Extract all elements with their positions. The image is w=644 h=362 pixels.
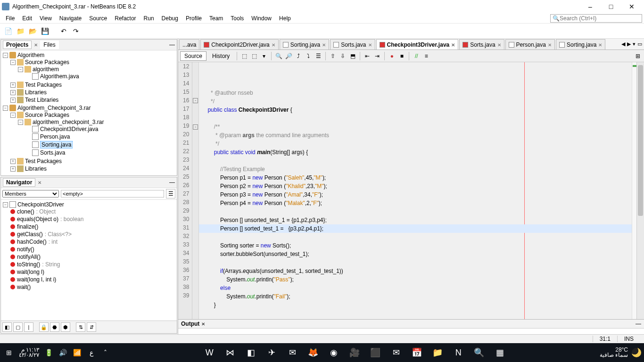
battery-icon[interactable]: 🔋	[43, 344, 55, 361]
taskbar-app-mail[interactable]: ✉	[387, 344, 405, 361]
tree-file[interactable]: Sorts.java	[40, 149, 65, 156]
redo-button[interactable]: ↷	[71, 26, 81, 36]
tab-close-icon[interactable]: ✕	[497, 42, 501, 48]
tab-maximize-icon[interactable]: ▭	[637, 41, 642, 47]
tree-file[interactable]: Algorithem.java	[40, 73, 79, 80]
menu-debug[interactable]: Debug	[158, 14, 182, 23]
toolbar-icon[interactable]: ⇩	[339, 52, 347, 60]
tab-close-icon[interactable]: ✕	[548, 42, 552, 48]
tree-node[interactable]: Source Packages	[25, 59, 69, 66]
nav-method[interactable]: notify()	[17, 246, 34, 253]
tab-close-icon[interactable]: ✕	[272, 42, 275, 48]
tab-dropdown-icon[interactable]: ▾	[633, 41, 636, 47]
nav-btn-7[interactable]: ⇅	[76, 322, 85, 332]
minimize-button[interactable]: –	[580, 1, 601, 12]
taskbar-clock[interactable]: ١١:١٣ م ٤٣/٠٨/٢٧	[17, 347, 41, 358]
navigator-tree[interactable]: −Checkpoint3Driver clone() : Object equa…	[1, 200, 177, 321]
source-view-button[interactable]: Source	[180, 51, 206, 61]
undo-button[interactable]: ↶	[58, 26, 69, 36]
menu-window[interactable]: Window	[248, 14, 275, 23]
toolbar-icon[interactable]: ⤵	[304, 52, 313, 60]
menu-source[interactable]: Source	[85, 14, 111, 23]
projects-tree[interactable]: −Algorithem −Source Packages −algorithem…	[1, 50, 177, 175]
find-next-icon[interactable]: 🔎	[284, 52, 293, 60]
tree-node[interactable]: Test Libraries	[25, 97, 58, 103]
toolbar-icon[interactable]: ⬒	[348, 52, 357, 60]
panel-minimize-icon[interactable]: —	[636, 321, 641, 327]
nav-method[interactable]: hashCode()	[17, 239, 47, 245]
tree-node[interactable]: Test Packages	[25, 158, 62, 165]
taskbar-app-telegram[interactable]: ✈	[262, 344, 281, 361]
tree-node[interactable]: Libraries	[25, 89, 47, 96]
nav-btn-1[interactable]: ◧	[2, 322, 12, 332]
taskbar-search[interactable]: 🔍	[470, 344, 488, 361]
members-select[interactable]: Members	[2, 190, 59, 197]
navigator-filter-input[interactable]	[61, 190, 164, 197]
toolbar-icon[interactable]: ⤴	[294, 52, 303, 60]
nav-btn-6[interactable]: ⬢	[61, 322, 70, 332]
taskbar-app-netbeans[interactable]: ◧	[241, 344, 260, 361]
tree-project[interactable]: Algorithem	[17, 52, 44, 58]
nav-method[interactable]: wait(long l)	[17, 269, 44, 275]
navigator-tab[interactable]: Navigator	[3, 178, 35, 187]
nav-btn-2[interactable]: ▢	[13, 322, 23, 332]
taskbar-app-onenote[interactable]: N	[449, 344, 468, 361]
nav-method[interactable]: wait(long l, int i)	[17, 276, 56, 283]
editor-tab[interactable]: Sorting.java✕	[556, 39, 605, 50]
tab-close-icon[interactable]: ✕	[368, 42, 372, 48]
nav-class[interactable]: Checkpoint3Driver	[17, 201, 64, 208]
editor-tab-active[interactable]: Checkpoint3Driver.java✕	[376, 39, 459, 50]
tree-project[interactable]: Algorithem_Checkpoint_3.rar	[17, 105, 91, 111]
toolbar-icon[interactable]: ⬚	[240, 52, 248, 60]
editor-tab[interactable]: Sorting.java✕	[280, 39, 329, 50]
output-close-icon[interactable]: ✕	[201, 321, 205, 327]
stop-macro-icon[interactable]: ■	[397, 52, 406, 60]
nav-btn-3[interactable]: |	[24, 322, 33, 332]
wifi-icon[interactable]: 📶	[71, 344, 83, 361]
nav-method[interactable]: toString()	[17, 261, 40, 268]
editor-tab[interactable]: Sorts.java✕	[330, 39, 375, 50]
taskbar-widgets[interactable]: ▦	[490, 344, 509, 361]
vertical-scrollbar[interactable]	[636, 62, 644, 319]
history-view-button[interactable]: History	[208, 51, 234, 61]
tree-node[interactable]: Source Packages	[25, 112, 69, 118]
menu-file[interactable]: File	[2, 14, 18, 23]
editor-tab[interactable]: Person.java✕	[505, 39, 555, 50]
volume-icon[interactable]: 🔊	[57, 344, 69, 361]
tree-node[interactable]: algorithem	[33, 66, 59, 73]
taskbar-app-calendar[interactable]: 📅	[407, 344, 426, 361]
menu-view[interactable]: View	[36, 14, 56, 23]
save-all-button[interactable]: 💾	[40, 26, 50, 36]
editor-tab-overflow[interactable]: ...ava	[179, 39, 199, 50]
tree-file-selected[interactable]: Sorting.java	[40, 141, 73, 148]
tab-scroll-right-icon[interactable]: ▶	[627, 41, 631, 47]
menu-help[interactable]: Help	[275, 14, 295, 23]
projects-tab[interactable]: Projects	[3, 41, 32, 49]
taskbar-app-zoom[interactable]: 🎥	[345, 344, 364, 361]
taskbar-app-3d[interactable]: ⬛	[366, 344, 385, 361]
menu-profile[interactable]: Profile	[182, 14, 206, 23]
toolbar-icon[interactable]: ⇥	[373, 52, 381, 60]
taskbar-app-firefox[interactable]: 🦊	[304, 344, 322, 361]
tree-node[interactable]: algorithem_checkpoint_3.rar	[33, 119, 104, 125]
toolbar-dropdown-icon[interactable]: ▾	[260, 52, 268, 60]
tab-scroll-left-icon[interactable]: ◀	[621, 41, 625, 47]
menu-navigate[interactable]: Navigate	[56, 14, 85, 23]
tree-file[interactable]: Checkpoint3Driver.java	[40, 126, 98, 132]
taskbar-app-vs[interactable]: ⋈	[221, 344, 239, 361]
navigator-tab-close[interactable]: ✕	[36, 180, 43, 185]
comment-icon[interactable]: //	[412, 52, 421, 60]
nav-method[interactable]: equals(Object o)	[17, 216, 58, 222]
maximize-button[interactable]: □	[601, 1, 621, 12]
chevron-up-icon[interactable]: ˄	[99, 344, 112, 361]
files-tab[interactable]: Files	[40, 41, 58, 49]
tree-file[interactable]: Person.java	[40, 133, 70, 140]
close-button[interactable]: ✕	[621, 1, 642, 12]
tree-node[interactable]: Test Packages	[25, 82, 62, 88]
open-project-button[interactable]: 📂	[27, 26, 38, 36]
nav-method[interactable]: finalize()	[17, 223, 38, 230]
editor-tab[interactable]: Checkpoint2Driver.java✕	[200, 39, 278, 50]
taskbar-app-outlook[interactable]: ✉	[283, 344, 302, 361]
toolbar-icon[interactable]: ☰	[314, 52, 322, 60]
taskbar-app-chrome[interactable]: ◉	[324, 344, 343, 361]
